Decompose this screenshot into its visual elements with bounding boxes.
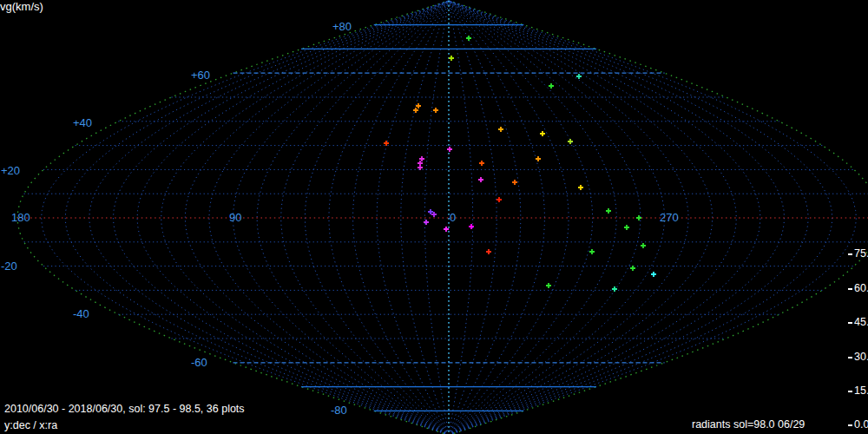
radiant-point — [576, 74, 582, 79]
colorbar-tick-label: 75.0 — [854, 247, 868, 260]
radiant-point — [449, 56, 454, 61]
colorbar-tick-label: 30.0 — [854, 351, 868, 363]
radiant-point — [651, 272, 656, 277]
ra-tick-label: 0 — [450, 211, 456, 224]
colorbar-tick-dash — [848, 391, 852, 392]
radiant-point — [540, 131, 545, 136]
colorbar-tick-label: 15.0 — [854, 385, 868, 397]
dec-tick-label: -80 — [331, 404, 347, 417]
radiant-map-window: 180900270+80+60+40+20-20-40-60-80 vg(km/… — [0, 0, 868, 434]
colorbar-tick-label: 60.0 — [854, 282, 868, 294]
footer-current-sol: radiants sol=98.0 06/29 — [692, 418, 805, 431]
radiant-point — [466, 36, 471, 41]
radiant-point — [549, 83, 554, 89]
dec-tick-label: -40 — [73, 307, 89, 320]
radiant-point — [536, 156, 541, 161]
meridian-line — [449, 1, 569, 434]
dec-tick-label: -60 — [191, 356, 207, 369]
radiant-point — [433, 108, 438, 113]
colorbar-tick-label: 0.0 — [854, 418, 868, 431]
radiant-point — [630, 266, 635, 271]
footer-axes-label: y:dec / x:ra — [4, 419, 57, 431]
radiant-point — [498, 127, 503, 132]
dec-tick-label: +40 — [73, 116, 92, 129]
colorbar-title: vg(km/s) — [0, 0, 43, 13]
radiant-point — [444, 227, 449, 232]
radiant-point — [641, 243, 646, 248]
radiant-point — [612, 286, 617, 292]
ra-tick-label: 90 — [229, 211, 241, 224]
colorbar-tick-label: 45.0 — [854, 316, 868, 328]
map-boundary — [449, 1, 868, 434]
radiant-point — [486, 249, 491, 254]
meridian-line — [329, 1, 449, 434]
colorbar-tick-dash — [848, 424, 852, 426]
dec-tick-label: +20 — [1, 164, 20, 177]
radiant-point — [479, 161, 484, 166]
ra-tick-label: 180 — [11, 211, 30, 224]
footer-date-range: 2010/06/30 - 2018/06/30, sol: 97.5 - 98.… — [4, 403, 245, 415]
dec-tick-label: -20 — [1, 260, 17, 273]
colorbar-tick-dash — [848, 253, 852, 255]
radiant-point — [418, 165, 423, 170]
radiant-point — [606, 208, 611, 214]
radiant-point — [568, 139, 573, 144]
dec-tick-label: +60 — [191, 69, 210, 82]
colorbar-tick-dash — [848, 322, 852, 324]
dec-tick-label: +80 — [332, 20, 352, 33]
ra-tick-label: 270 — [660, 211, 679, 224]
radiant-point — [636, 215, 641, 220]
meridian-line — [449, 1, 785, 434]
meridian-line — [185, 1, 449, 434]
radiant-point — [512, 180, 517, 185]
radiant-point — [469, 224, 474, 229]
radiant-point — [624, 225, 629, 230]
sky-chart: 180900270+80+60+40+20-20-40-60-80 — [0, 0, 868, 434]
colorbar-tick-dash — [848, 288, 852, 290]
radiant-point — [447, 147, 452, 152]
radiant-point — [496, 197, 502, 202]
meridian-line — [424, 1, 449, 434]
radiant-point — [546, 283, 551, 288]
radiant-point — [589, 249, 595, 254]
radiant-point — [478, 177, 483, 182]
radiant-point — [578, 185, 583, 190]
colorbar-tick-dash — [848, 357, 852, 358]
